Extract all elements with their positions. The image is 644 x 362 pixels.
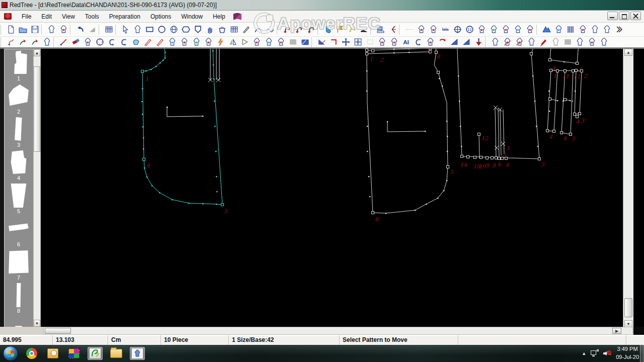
tool2-grab-icon-12[interactable]	[130, 37, 142, 47]
tool-shoe-icon-34[interactable]	[358, 24, 370, 35]
menu-item-tools[interactable]: Tools	[80, 12, 104, 22]
menu-item-options[interactable]: Options	[145, 12, 176, 22]
tool-grid-icon-22[interactable]	[228, 24, 240, 35]
tool-arc-icon-24[interactable]	[252, 24, 264, 35]
menu-item-edit[interactable]: Edit	[36, 12, 57, 22]
tool2-tshirtR-icon-33[interactable]	[376, 37, 388, 47]
tool2-tshirt-icon-4[interactable]	[41, 37, 53, 47]
tool2-penmark-icon-2[interactable]	[17, 37, 29, 47]
tool-sock-icon-31[interactable]	[321, 24, 334, 35]
tool-redo-icon-9[interactable]	[86, 24, 98, 35]
taskbar-chrome-icon[interactable]	[24, 347, 39, 360]
pattern-canvas-svg[interactable]: 1234562411278652514181998436121521341224…	[41, 49, 623, 327]
tool2-trib-icon-39[interactable]	[448, 37, 460, 47]
menu-item-file[interactable]: File	[17, 12, 36, 22]
tool-tshirtL-icon-46[interactable]	[488, 24, 500, 35]
tool2-tshirtR-icon-18[interactable]	[202, 37, 214, 47]
tool2-downar-icon-41[interactable]	[472, 37, 485, 47]
tool2-compass-icon-9[interactable]	[94, 37, 106, 47]
front-piece-cyan[interactable]: 123456	[141, 49, 228, 215]
pattern-thumbnail-7[interactable]: 7	[5, 248, 33, 282]
pattern-thumbnail-5[interactable]: 5	[5, 182, 33, 215]
tool2-hookpen-icon-1[interactable]	[5, 37, 17, 47]
tool2-rotc-icon-10[interactable]	[106, 37, 118, 47]
tool-wave-icon-25[interactable]	[264, 24, 276, 35]
tool2-tshirtB-icon-15[interactable]	[166, 37, 178, 47]
tool2-AI-icon-35[interactable]: AI	[400, 37, 412, 47]
tool-flag-icon-32[interactable]	[334, 24, 346, 35]
tool-tshirtB-icon-48[interactable]	[512, 24, 524, 35]
tool-tshirtR-icon-47[interactable]	[500, 24, 512, 35]
tool-tshirtR-icon-45[interactable]	[475, 24, 488, 35]
sidebar-scrollbar[interactable]: ▲ ▼	[33, 49, 41, 327]
tool-cursor-icon-13[interactable]	[119, 24, 131, 35]
tool-tshirt-icon-14[interactable]	[131, 24, 143, 35]
canvas-vscroll-thumb[interactable]	[624, 298, 632, 317]
tool-hook-icon-28[interactable]	[293, 24, 305, 35]
tool2-tshirt-icon-50[interactable]	[574, 37, 586, 47]
tool-hookY-icon-33[interactable]	[346, 24, 358, 35]
sleeve-piece[interactable]: 25141819984361215	[456, 49, 550, 170]
tool2-crossbox-icon-31[interactable]	[352, 37, 364, 47]
pattern-thumbnail-8[interactable]: 8	[5, 282, 33, 315]
tool2-play-icon-21[interactable]	[238, 37, 251, 47]
tool-ruler-icon-42[interactable]	[439, 24, 451, 35]
tool-disk-icon-3[interactable]	[29, 24, 41, 35]
tool2-tshirtR-icon-24[interactable]	[275, 37, 287, 47]
tool2-tshirtS-icon-45[interactable]	[513, 37, 525, 47]
tool-tshirt-icon-56[interactable]	[601, 24, 613, 35]
title-bar[interactable]: RedTree - [d:\RedTree\Data\CHANDAN\201-S…	[0, 0, 644, 11]
volume-muted-icon[interactable]	[603, 350, 611, 357]
pattern-thumbnail-2[interactable]: 2	[5, 82, 33, 116]
tool-tshirt-icon-5[interactable]	[45, 24, 57, 35]
tool-doc-icon-1[interactable]	[5, 24, 17, 35]
canvas-vertical-scrollbar[interactable]: ▲ ▼	[623, 49, 633, 327]
sidebar-scroll-down-icon[interactable]: ▼	[34, 320, 40, 327]
tool2-cross-icon-30[interactable]	[340, 37, 352, 47]
tool-shield-icon-19[interactable]	[192, 24, 204, 35]
collar-stand-piece[interactable]: 122443	[549, 49, 586, 73]
tool2-eraser-icon-7[interactable]	[69, 37, 82, 47]
tool2-pencilR-icon-13[interactable]	[142, 37, 154, 47]
sidebar-scroll-up-icon[interactable]: ▲	[34, 49, 40, 56]
tool2-corner-icon-29[interactable]	[328, 37, 340, 47]
taskbar-clock[interactable]: 3:49 PM 09-Jul-20	[616, 345, 639, 361]
pattern-thumbnail-6[interactable]: 6	[5, 215, 33, 248]
tool2-flipv-icon-20[interactable]	[226, 37, 238, 47]
tool2-graybox-icon-49[interactable]	[561, 37, 574, 47]
tool-machine-icon-36[interactable]	[374, 24, 386, 35]
tool-pencil-icon-23[interactable]	[240, 24, 252, 35]
tool-tshirtR-icon-40[interactable]	[415, 24, 427, 35]
tool-button-icon-44[interactable]	[463, 24, 475, 35]
tool2-penmark-icon-3[interactable]	[29, 37, 41, 47]
network-icon[interactable]	[591, 350, 599, 357]
tool2-tshirtR-icon-22[interactable]	[251, 37, 263, 47]
tool2-tshirt-icon-46[interactable]	[525, 37, 537, 47]
tool2-tshirtR-icon-34[interactable]	[388, 37, 400, 47]
tool2-penred-icon-47[interactable]	[537, 37, 549, 47]
tray-expand-icon[interactable]: ▲	[582, 351, 586, 356]
tool2-tshirtR-icon-37[interactable]	[424, 37, 436, 47]
tool-circle-icon-16[interactable]	[155, 24, 168, 35]
minimize-button[interactable]	[607, 12, 618, 20]
tool-folder-icon-2[interactable]	[17, 24, 29, 35]
tool-tshirt-icon-55[interactable]	[589, 24, 601, 35]
restore-button[interactable]	[619, 12, 629, 20]
tool2-tshirtR-icon-8[interactable]	[82, 37, 94, 47]
tool2-rotc-icon-36[interactable]	[412, 37, 424, 47]
canvas-scroll-up-icon[interactable]: ▲	[624, 49, 632, 56]
tool-basket-icon-21[interactable]	[216, 24, 228, 35]
canvas-scroll-down-icon[interactable]: ▼	[624, 320, 632, 327]
tool-undo-icon-8[interactable]	[74, 24, 86, 35]
tool2-tshirtL-icon-17[interactable]	[190, 37, 202, 47]
tool-tshirtR-icon-6[interactable]	[57, 24, 69, 35]
tool2-tshirt-icon-43[interactable]	[489, 37, 501, 47]
cuff-strips[interactable]: 11111244343	[546, 69, 588, 143]
sidebar-scroll-thumb[interactable]	[34, 66, 40, 152]
tool2-rotr-icon-38[interactable]	[436, 37, 448, 47]
help-book-icon[interactable]	[233, 13, 242, 20]
tool-chev-icon-57[interactable]	[613, 24, 625, 35]
tool-tshirtR-icon-41[interactable]	[427, 24, 439, 35]
tool2-tshirtR-icon-51[interactable]	[586, 37, 598, 47]
tool-hand-icon-20[interactable]	[204, 24, 216, 35]
